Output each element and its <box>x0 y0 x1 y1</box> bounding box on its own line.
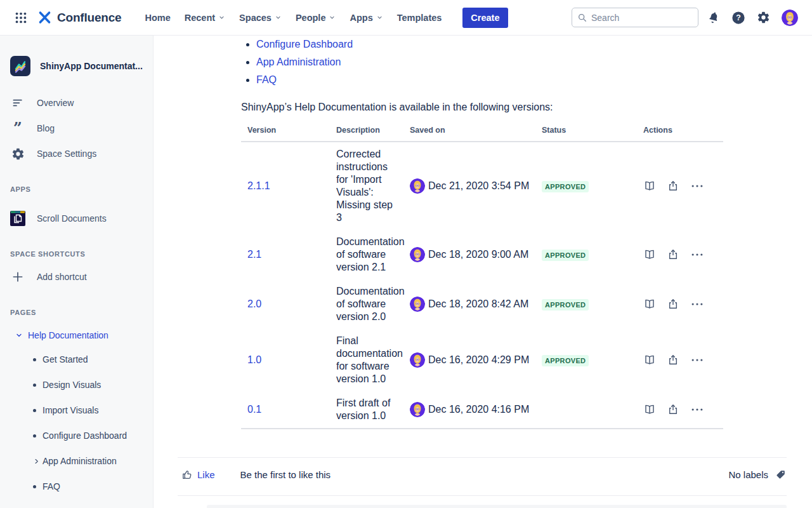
nav-item-apps[interactable]: Apps <box>343 8 390 28</box>
page-title-link[interactable]: FAQ <box>43 481 60 491</box>
nav-item-people[interactable]: People <box>289 8 343 28</box>
page-tree-item-help-documentation[interactable]: Help Documentation <box>0 324 153 347</box>
avatar <box>410 352 425 368</box>
toc-link-configure-dashboard[interactable]: Configure Dashboard <box>256 39 353 50</box>
ellipsis-icon <box>690 248 704 262</box>
toc-link-faq[interactable]: FAQ <box>256 74 277 86</box>
export-button[interactable] <box>667 298 679 311</box>
export-icon <box>667 180 679 192</box>
nav-item-home[interactable]: Home <box>138 8 177 28</box>
sidebar-apps-section: APPS Scroll Documents <box>0 185 153 231</box>
sidebar-item-label: Scroll Documents <box>37 213 107 224</box>
read-view-button[interactable] <box>643 403 656 416</box>
list-item: Configure Dashboard <box>241 36 723 53</box>
export-button[interactable] <box>667 248 679 261</box>
page-title-link[interactable]: Design Visuals <box>43 380 101 390</box>
column-header-description: Description <box>330 122 403 142</box>
labels-text: No labels <box>728 469 768 480</box>
nav-item-recent[interactable]: Recent <box>178 8 232 28</box>
overview-icon <box>10 97 25 110</box>
like-label: Like <box>197 469 215 480</box>
nav-item-label: Templates <box>397 13 442 23</box>
version-description: Final documentation for software version… <box>330 329 403 391</box>
page-title-link[interactable]: Configure Dashboard <box>43 431 127 441</box>
saved-on-date: Dec 18, 2020 8:42 AM <box>428 298 528 310</box>
add-shortcut-button[interactable]: Add shortcut <box>0 264 153 290</box>
profile-button[interactable] <box>779 7 801 29</box>
shortcuts-section-label: SPACE SHORTCUTS <box>10 250 143 260</box>
intro-paragraph: ShinyApp’s Help Documentation is availab… <box>241 100 723 114</box>
version-link[interactable]: 2.1.1 <box>247 180 270 191</box>
sidebar-item-overview[interactable]: Overview <box>0 90 153 116</box>
read-view-button[interactable] <box>643 248 656 261</box>
comment-input[interactable] <box>207 505 787 508</box>
read-view-button[interactable] <box>643 180 656 192</box>
tag-icon <box>775 469 787 481</box>
page-tree-item-design-visuals[interactable]: Design Visuals <box>0 372 153 398</box>
version-link[interactable]: 0.1 <box>247 404 261 415</box>
more-actions-button[interactable] <box>690 403 704 417</box>
version-link[interactable]: 1.0 <box>247 354 261 365</box>
page-title-link[interactable]: App Administration <box>43 456 117 466</box>
notifications-button[interactable] <box>705 9 723 27</box>
toc-link-app-administration[interactable]: App Administration <box>256 57 341 68</box>
like-button[interactable]: Like <box>181 469 215 481</box>
column-header-status: Status <box>535 122 637 142</box>
chevron-right-icon[interactable] <box>33 458 43 465</box>
help-icon: ? <box>731 11 745 25</box>
version-link[interactable]: 2.0 <box>247 298 261 309</box>
article-body: Configure Dashboard App Administration F… <box>154 36 723 429</box>
status-badge: APPROVED <box>542 181 589 192</box>
avatar <box>410 247 425 262</box>
list-item: FAQ <box>241 71 723 89</box>
confluence-logo[interactable]: Confluence <box>37 10 121 25</box>
saved-on-date: Dec 18, 2020 9:00 AM <box>428 249 528 260</box>
nav-item-spaces[interactable]: Spaces <box>232 8 289 28</box>
export-button[interactable] <box>667 403 679 416</box>
page-title-link[interactable]: Get Started <box>43 354 88 364</box>
column-header-actions: Actions <box>637 122 723 142</box>
bell-icon <box>707 11 720 24</box>
export-button[interactable] <box>667 354 679 366</box>
sidebar-item-space-settings[interactable]: Space Settings <box>0 141 153 166</box>
more-actions-button[interactable] <box>690 353 704 367</box>
help-button[interactable]: ? <box>729 8 748 27</box>
scroll-documents-icon <box>10 211 25 226</box>
read-view-button[interactable] <box>643 354 656 366</box>
like-hint: Be the first to like this <box>240 469 331 480</box>
search-box[interactable] <box>572 8 698 27</box>
more-actions-button[interactable] <box>690 297 704 311</box>
export-button[interactable] <box>667 180 679 192</box>
page-tree-item-app-administration[interactable]: App Administration <box>0 448 153 474</box>
version-description: First draft of version 1.0 <box>330 391 403 429</box>
read-view-button[interactable] <box>643 298 656 311</box>
more-actions-button[interactable] <box>690 179 704 193</box>
page-title-link[interactable]: Help Documentation <box>28 330 108 340</box>
create-button[interactable]: Create <box>462 8 508 28</box>
page-title-link[interactable]: Import Visuals <box>43 405 98 415</box>
confluence-app: Confluence Home Recent Spaces People App… <box>0 0 812 508</box>
sidebar-item-scroll-documents[interactable]: Scroll Documents <box>0 206 153 231</box>
search-input[interactable] <box>591 13 693 23</box>
gear-icon <box>757 11 770 24</box>
sidebar-item-label: Add shortcut <box>37 272 87 282</box>
app-switcher-button[interactable] <box>11 8 30 27</box>
page-footer: Like Be the first to like this No labels <box>178 457 787 508</box>
versions-table: Version Description Saved on Status Acti… <box>241 122 723 429</box>
page-tree-item-versions-of-help-documentation[interactable]: Versions of Help Docum... <box>0 499 153 508</box>
book-icon <box>643 180 656 192</box>
settings-button[interactable] <box>754 8 773 27</box>
page-tree-item-import-visuals[interactable]: Import Visuals <box>0 398 153 423</box>
page-tree-item-faq[interactable]: FAQ <box>0 474 153 499</box>
nav-item-templates[interactable]: Templates <box>390 8 449 28</box>
table-row: 2.1.1 Corrected instructions for 'Import… <box>241 142 723 230</box>
sidebar-item-label: Space Settings <box>37 149 96 159</box>
space-header[interactable]: ShinyApp Documentat... <box>0 36 153 84</box>
more-actions-button[interactable] <box>690 248 704 262</box>
sidebar-item-blog[interactable]: ” Blog <box>0 116 153 141</box>
page-tree-item-configure-dashboard[interactable]: Configure Dashboard <box>0 423 153 448</box>
version-link[interactable]: 2.1 <box>247 249 261 260</box>
labels-button[interactable]: No labels <box>728 469 787 481</box>
chevron-down-icon[interactable] <box>15 331 28 339</box>
page-tree-item-get-started[interactable]: Get Started <box>0 347 153 372</box>
